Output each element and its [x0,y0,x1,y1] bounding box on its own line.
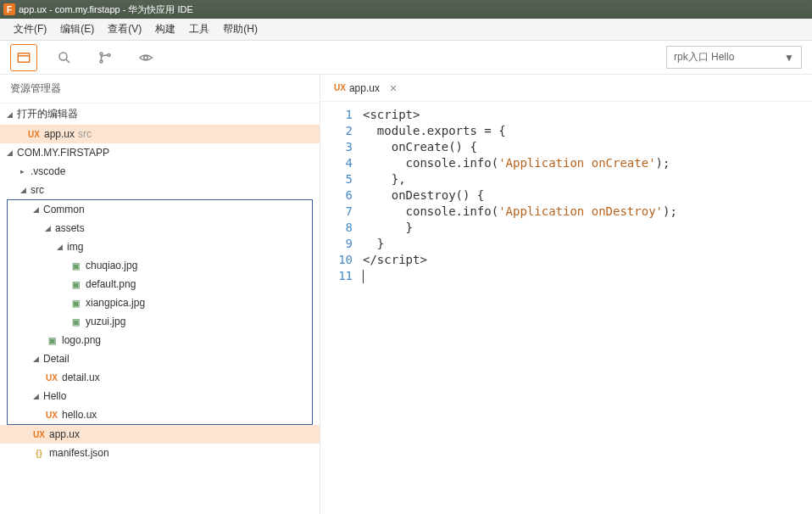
chevron-down-icon: ▼ [784,52,794,64]
project-header[interactable]: ◢ COM.MY.FIRSTAPP [0,143,320,162]
ux-icon: UX [45,372,58,383]
code-line: } [363,236,812,252]
ux-icon: UX [32,428,46,440]
file-tree: ◢ 打开的编辑器 UX app.ux src ◢ COM.MY.FIRSTAPP… [0,103,320,462]
code-line: onDestroy() { [363,187,812,204]
chevron-down-icon: ◢ [7,148,15,157]
tree-folder-vscode[interactable]: ▸ .vscode [0,162,320,181]
toolbar: rpk入口 Hello ▼ [0,41,812,75]
code-line: console.info('Application onCreate'); [363,155,812,171]
menubar: 文件(F) 编辑(E) 查看(V) 构建 工具 帮助(H) [0,19,812,41]
image-icon: ▣ [69,260,82,271]
folder-label: img [67,241,83,253]
line-number: 4 [320,155,353,171]
svg-point-4 [108,53,110,56]
code-editor[interactable]: 1 2 3 4 5 6 7 8 9 10 11 <script> module.… [320,102,812,514]
folder-label: .vscode [31,165,65,177]
file-name: app.ux [44,128,75,140]
svg-point-2 [100,53,103,55]
svg-point-5 [144,55,148,59]
explorer-button[interactable] [10,44,37,71]
image-icon: ▣ [69,297,82,309]
chevron-down-icon: ◢ [7,110,15,119]
code-line: }, [363,171,812,187]
folder-label: Hello [43,390,66,402]
file-dir: src [78,128,92,140]
line-number: 7 [320,204,353,220]
code-content[interactable]: <script> module.exports = { onCreate() {… [363,107,812,514]
code-line: onCreate() { [363,139,812,155]
file-label: yuzui.jpg [86,316,125,327]
ux-icon: UX [334,83,346,92]
titlebar-text: app.ux - com.my.firstapp - 华为快应用 IDE [19,3,193,16]
text-cursor [363,270,364,283]
tree-file-xiangpica[interactable]: ▣ xiangpica.jpg [8,293,312,312]
ux-icon: UX [27,128,41,140]
image-icon: ▣ [45,334,58,346]
line-number: 6 [320,187,353,204]
line-gutter: 1 2 3 4 5 6 7 8 9 10 11 [320,107,363,514]
tree-file-manifest[interactable]: {} manifest.json [0,444,320,462]
tree-file-helloux[interactable]: UX hello.ux [8,405,312,424]
chevron-down-icon: ◢ [57,243,65,251]
chevron-down-icon: ◢ [45,224,53,232]
tree-file-default[interactable]: ▣ default.png [8,275,312,293]
menu-view[interactable]: 查看(V) [101,19,148,40]
menu-help[interactable]: 帮助(H) [216,19,264,40]
image-icon: ▣ [69,316,82,327]
tree-file-appux[interactable]: UX app.ux [0,425,320,444]
tree-folder-src[interactable]: ◢ src [0,181,320,199]
preview-button[interactable] [132,44,159,71]
image-icon: ▣ [69,278,82,290]
chevron-down-icon: ◢ [20,186,29,194]
line-number: 3 [320,139,353,155]
tree-folder-assets[interactable]: ◢ assets [8,219,312,237]
menu-edit[interactable]: 编辑(E) [53,19,101,40]
tree-folder-detail[interactable]: ◢ Detail [8,349,312,368]
code-line: } [363,220,812,236]
menu-file[interactable]: 文件(F) [7,19,53,40]
code-line: </script> [363,252,812,268]
line-number: 11 [320,268,353,284]
tree-file-yuzui[interactable]: ▣ yuzui.jpg [8,312,312,331]
file-label: app.ux [49,428,80,440]
line-number: 8 [320,220,353,236]
tree-file-logo[interactable]: ▣ logo.png [8,331,312,349]
svg-point-1 [59,53,67,60]
open-editor-item[interactable]: UX app.ux src [0,125,320,143]
menu-build[interactable]: 构建 [148,19,182,40]
tree-folder-hello[interactable]: ◢ Hello [8,387,312,405]
open-editors-header[interactable]: ◢ 打开的编辑器 [0,103,320,125]
chevron-down-icon: ◢ [33,392,42,400]
file-label: default.png [86,278,136,290]
search-button[interactable] [51,44,78,71]
folder-label: Detail [43,353,70,365]
line-number: 9 [320,236,353,252]
code-line [363,268,812,284]
file-label: hello.ux [62,409,97,421]
sidebar-header: 资源管理器 [0,75,320,103]
tab-appux[interactable]: UX app.ux × [327,78,403,98]
folder-label: Common [43,204,85,215]
chevron-down-icon: ◢ [33,205,42,214]
sidebar: 资源管理器 ◢ 打开的编辑器 UX app.ux src ◢ COM.MY.FI… [0,75,320,514]
code-line: module.exports = { [363,123,812,139]
tree-folder-common[interactable]: ◢ Common [8,200,312,219]
file-label: detail.ux [62,372,100,383]
chevron-right-icon: ▸ [20,167,29,176]
folder-label: assets [55,222,85,234]
line-number: 5 [320,171,353,187]
app-icon: F [3,3,15,15]
tree-file-detailux[interactable]: UX detail.ux [8,368,312,387]
menu-tools[interactable]: 工具 [182,19,216,40]
branch-button[interactable] [92,44,119,71]
tree-file-chuqiao[interactable]: ▣ chuqiao.jpg [8,256,312,275]
chevron-down-icon: ◢ [33,355,42,363]
file-label: logo.png [62,334,101,346]
entry-dropdown[interactable]: rpk入口 Hello ▼ [666,46,802,69]
folder-label: src [31,184,44,196]
svg-rect-0 [18,53,30,62]
tree-folder-img[interactable]: ◢ img [8,237,312,256]
close-icon[interactable]: × [390,81,397,95]
entry-dropdown-label: rpk入口 Hello [674,50,734,64]
